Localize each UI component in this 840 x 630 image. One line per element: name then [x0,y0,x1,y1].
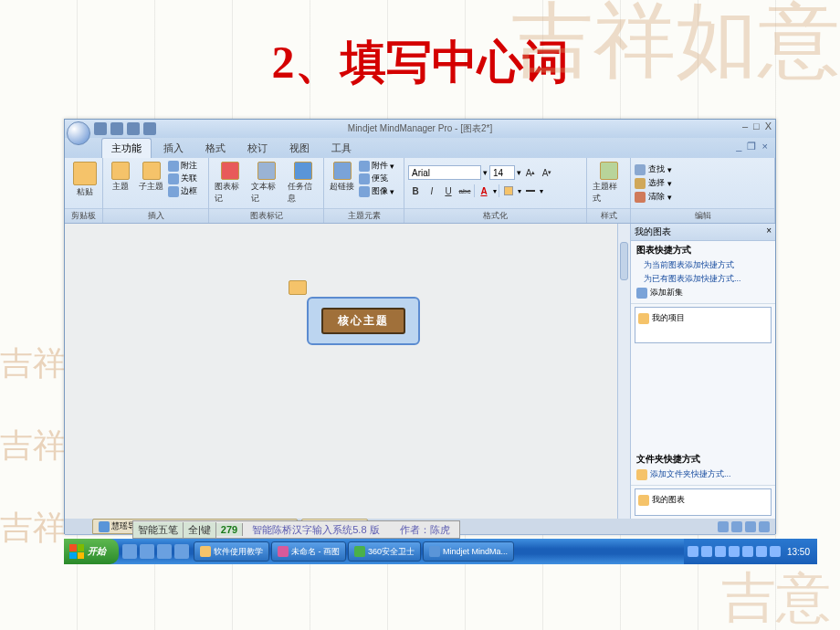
fill-color-button[interactable] [501,184,516,198]
central-topic-selection[interactable]: 核心主题 [307,297,420,345]
note-button[interactable]: 便笺 [359,173,394,184]
minimize-button[interactable]: – [742,121,748,131]
tray-icon[interactable] [756,546,767,557]
status-icon[interactable] [745,521,756,532]
quick-launch-icon[interactable] [157,544,172,559]
tray-icon[interactable] [715,546,726,557]
taskbar-app-4[interactable]: Mindjet MindMa... [423,541,514,562]
title-bar: Mindjet MindManager Pro - [图表2*] – □ X [65,120,775,138]
add-folder-icon [636,469,647,480]
folder-icon [638,313,649,324]
tray-icon[interactable] [729,546,740,557]
group-markers: 图表标记 文本标记 任务信息 图表标记 [209,158,324,223]
grow-font-button[interactable]: A▴ [523,165,538,180]
taskbar-app-3[interactable]: 360安全卫士 [348,541,421,562]
subtopic-button[interactable]: 子主题 [137,160,165,194]
charts-box: 我的图表 [635,488,772,516]
hyperlink-button[interactable]: 超链接 [328,160,356,194]
hyperlink-icon [333,162,352,180]
select-icon [635,178,646,189]
chart-marker-icon [221,162,239,180]
close-button[interactable]: X [765,121,772,131]
ime-name[interactable]: 智能五笔 [133,522,184,538]
attach-button[interactable]: 附注 [168,160,197,172]
paste-button[interactable]: 粘贴 [68,160,101,200]
ime-count: 279 [216,523,243,536]
boundary-button[interactable]: 边框 [168,185,197,197]
topic-note-icon[interactable] [289,280,307,295]
status-icon[interactable] [759,521,770,532]
font-size-selector[interactable]: 14 [489,165,515,180]
chart-marker-button[interactable]: 图表标记 [213,160,247,206]
help-icon[interactable]: _ ❐ × [736,141,768,152]
group-insert: 主题 子主题 附注 关联 边框 插入 [103,158,209,223]
window-controls: – □ X [742,121,772,131]
tab-format[interactable]: 格式 [195,138,236,158]
office-button[interactable] [67,121,90,145]
find-icon [635,164,646,175]
group-clipboard: 粘贴 剪贴板 [65,158,103,223]
boundary-icon [168,186,179,197]
quick-launch-icon[interactable] [122,544,137,559]
panel-close-icon[interactable]: × [766,226,772,238]
tab-tools[interactable]: 工具 [321,138,362,158]
line-color-button[interactable] [523,184,538,198]
quick-launch-icon[interactable] [140,544,154,559]
mindmanager-window: Mindjet MindManager Pro - [图表2*] – □ X 主… [64,119,776,534]
tab-main[interactable]: 主功能 [101,138,152,158]
tray-icon[interactable] [742,546,753,557]
quick-launch-icon[interactable] [174,544,189,559]
status-icon[interactable] [718,521,729,532]
find-button[interactable]: 查找 ▾ [635,163,672,175]
add-folder-shortcut-link[interactable]: 添加文件夹快捷方式... [636,468,770,480]
task-info-button[interactable]: 任务信息 [286,160,320,206]
attachment-button[interactable]: 附件 ▾ [359,160,394,172]
font-name-selector[interactable]: Arial [408,165,481,180]
taskbar-app-1[interactable]: 软件使用教学 [194,541,269,562]
taskbar-app-2[interactable]: 未命名 - 画图 [271,541,346,562]
start-button[interactable]: 开始 [64,539,119,564]
topic-button[interactable]: 主题 [107,160,134,194]
my-charts-item[interactable]: 我的图表 [638,494,768,506]
ime-mode[interactable]: 全|键 [184,522,216,538]
tab-view[interactable]: 视图 [279,138,320,158]
canvas[interactable]: 核心主题 [65,224,631,519]
windows-logo-icon [69,544,84,559]
text-marker-button[interactable]: 文本标记 [249,160,283,206]
theme-style-button[interactable]: 主题样式 [591,160,626,206]
underline-button[interactable]: U [441,184,456,198]
qat-redo-icon[interactable] [127,122,140,135]
maximize-button[interactable]: □ [753,121,760,131]
select-button[interactable]: 选择 ▾ [635,177,672,189]
tray-icon[interactable] [701,546,712,557]
font-color-button[interactable]: A [477,184,491,198]
relation-button[interactable]: 关联 [168,173,197,184]
tab-review[interactable]: 校订 [237,138,278,158]
add-existing-shortcut-link[interactable]: 为已有图表添加快捷方式... [644,273,770,285]
central-topic-node[interactable]: 核心主题 [321,308,405,334]
my-project-item[interactable]: 我的项目 [638,312,768,324]
qat-save-icon[interactable] [94,122,107,135]
taskbar-clock[interactable]: 13:50 [783,547,814,557]
add-current-shortcut-link[interactable]: 为当前图表添加快捷方式 [644,259,770,271]
add-set-button[interactable]: 添加新集 [636,287,770,299]
shrink-font-button[interactable]: A▾ [540,165,554,180]
attach-icon [168,161,179,172]
tray-icon[interactable] [770,546,781,557]
ime-status-bar[interactable]: 智能五笔 全|键 279 智能陈桥汉字输入系统5.8 版 作者：陈虎 [132,520,460,539]
qat-print-icon[interactable] [143,122,156,135]
bold-button[interactable]: B [408,184,423,198]
status-icon[interactable] [731,521,742,532]
folder-shortcuts-header: 文件夹快捷方式 [636,453,770,466]
text-marker-icon [257,162,276,180]
tray-icon[interactable] [688,546,698,557]
qat-undo-icon[interactable] [110,122,123,135]
quick-launch [122,544,189,559]
mindmanager-icon [429,546,440,557]
image-button[interactable]: 图像 ▾ [359,185,394,197]
strike-button[interactable]: abc [457,184,472,198]
italic-button[interactable]: I [425,184,439,198]
vertical-scrollbar[interactable] [617,224,630,519]
tab-insert[interactable]: 插入 [153,138,194,158]
clear-button[interactable]: 清除 ▾ [635,191,672,203]
